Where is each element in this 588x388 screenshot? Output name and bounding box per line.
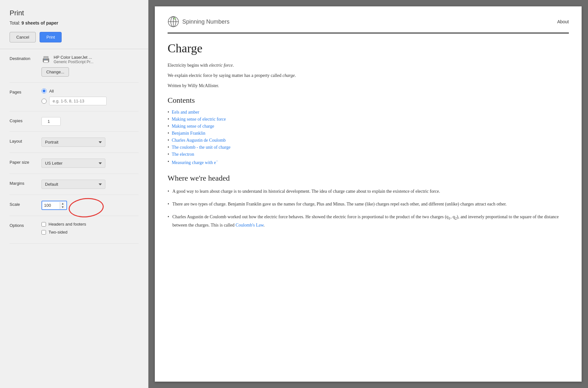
scale-label: Scale [10, 201, 41, 207]
two-sided-option[interactable]: Two-sided [41, 230, 139, 235]
scale-input[interactable] [42, 201, 60, 209]
headers-footers-checkbox[interactable] [41, 222, 46, 227]
scale-up-button[interactable]: ▲ [60, 202, 65, 205]
superscript-minus: − [216, 159, 218, 163]
web-panel: Spinning Numbers About Charge Electricit… [148, 0, 588, 388]
layout-row: Layout Portrait Landscape [10, 132, 139, 153]
red-circle-annotation [68, 197, 105, 219]
copies-content [41, 117, 139, 126]
article-author: Written by Willy McAllister. [168, 83, 569, 88]
options-label: Options [10, 222, 41, 228]
pages-all-label: All [49, 89, 54, 93]
pages-row: Pages All [10, 83, 139, 111]
destination-text: HP Color LaserJet ... Generic PostScript… [54, 55, 94, 64]
list-item: Making sense of charge [168, 124, 569, 129]
list-item: Making sense of electric force [168, 117, 569, 122]
copies-input[interactable] [41, 117, 61, 126]
pages-radio-group: All [41, 88, 139, 105]
paper-size-row: Paper size US Letter A4 [10, 153, 139, 174]
scale-down-button[interactable]: ▼ [60, 205, 65, 209]
page-range-input[interactable] [49, 97, 107, 105]
nav-about: About [557, 19, 569, 24]
copies-row: Copies [10, 111, 139, 132]
coulombs-law-link[interactable]: Coulomb's Law [236, 223, 264, 228]
contents-link-coulomb-unit[interactable]: The coulomb - the unit of charge [172, 145, 230, 150]
destination-info: HP Color LaserJet ... Generic PostScript… [41, 55, 139, 64]
contents-link-coulomb[interactable]: Charles Augustin de Coulomb [172, 138, 226, 143]
page-content: Spinning Numbers About Charge Electricit… [155, 6, 582, 382]
print-body: Destination HP Color LaserJet ... Generi… [0, 49, 148, 388]
list-item: There are two types of charge. Benjamin … [168, 200, 569, 208]
paper-size-label: Paper size [10, 159, 41, 165]
svg-rect-3 [45, 59, 46, 60]
headers-footers-option[interactable]: Headers and footers [41, 222, 139, 227]
list-item: A good way to learn about charge is to u… [168, 188, 569, 195]
scale-row: Scale ▲ ▼ [10, 195, 139, 216]
page-preview: Spinning Numbers About Charge Electricit… [155, 6, 582, 382]
site-name: Spinning Numbers [182, 19, 230, 25]
layout-select[interactable]: Portrait Landscape [41, 138, 105, 147]
list-item: Benjamin Franklin [168, 131, 569, 136]
list-item: Charles Augustin de Coulomb [168, 138, 569, 143]
list-item: Measuring charge with e− [168, 159, 569, 165]
print-button[interactable]: Print [40, 32, 62, 42]
print-actions: Cancel Print [10, 32, 139, 42]
pages-label: Pages [10, 88, 41, 94]
margins-row: Margins Default None Minimum Custom [10, 174, 139, 195]
article-intro-2: We explain electric force by saying matt… [168, 72, 569, 79]
layout-content: Portrait Landscape [41, 138, 139, 147]
paper-size-select[interactable]: US Letter A4 [41, 159, 105, 168]
bullet-item-3: Charles Augustin de Coulomb worked out h… [172, 213, 569, 229]
contents-link-franklin[interactable]: Benjamin Franklin [172, 131, 205, 136]
scale-content: ▲ ▼ [41, 201, 139, 210]
layout-label: Layout [10, 138, 41, 144]
pages-all-radio[interactable] [41, 88, 47, 93]
print-header: Print Total: 9 sheets of paper Cancel Pr… [0, 0, 148, 49]
destination-name: HP Color LaserJet ... [54, 55, 94, 60]
bullet-item-1: A good way to learn about charge is to u… [172, 188, 440, 195]
scale-input-wrapper: ▲ ▼ [41, 201, 67, 210]
destination-content: HP Color LaserJet ... Generic PostScript… [41, 55, 139, 77]
pages-content: All [41, 88, 139, 105]
list-item: The electron [168, 152, 569, 157]
logo-icon [168, 16, 179, 27]
destination-label: Destination [10, 55, 41, 61]
headers-footers-label: Headers and footers [49, 222, 86, 227]
contents-link-charge[interactable]: Making sense of charge [172, 124, 214, 129]
contents-link-measuring[interactable]: Measuring charge with e− [172, 159, 218, 165]
pages-all-option[interactable]: All [41, 88, 139, 93]
paper-size-content: US Letter A4 [41, 159, 139, 168]
contents-list: Eels and amber Making sense of electric … [168, 110, 569, 165]
margins-label: Margins [10, 180, 41, 186]
bullet-item-2: There are two types of charge. Benjamin … [172, 200, 507, 208]
change-button[interactable]: Change... [41, 67, 69, 77]
list-item: Charles Augustin de Coulomb worked out h… [168, 213, 569, 229]
pages-custom-option[interactable] [41, 97, 139, 105]
site-logo: Spinning Numbers [168, 16, 230, 27]
svg-rect-1 [44, 56, 48, 59]
bullet-list: A good way to learn about charge is to u… [168, 188, 569, 229]
margins-select[interactable]: Default None Minimum Custom [41, 180, 105, 189]
options-content: Headers and footers Two-sided [41, 222, 139, 238]
article-title: Charge [168, 41, 569, 55]
svg-rect-2 [44, 60, 48, 63]
destination-row: Destination HP Color LaserJet ... Generi… [10, 49, 139, 83]
site-nav: Spinning Numbers About [168, 16, 569, 34]
scale-spinner: ▲ ▼ [60, 202, 65, 209]
printer-icon [41, 56, 50, 63]
two-sided-label: Two-sided [49, 230, 67, 235]
contents-heading: Contents [168, 96, 569, 105]
pages-custom-radio[interactable] [41, 99, 47, 104]
print-dialog: Print Total: 9 sheets of paper Cancel Pr… [0, 0, 148, 388]
copies-label: Copies [10, 117, 41, 123]
list-item: The coulomb - the unit of charge [168, 145, 569, 150]
print-title: Print [10, 9, 139, 17]
svg-point-9 [174, 18, 175, 19]
contents-link-electron[interactable]: The electron [172, 152, 194, 157]
margins-content: Default None Minimum Custom [41, 180, 139, 189]
contents-link-eels[interactable]: Eels and amber [172, 110, 199, 115]
two-sided-checkbox[interactable] [41, 230, 46, 235]
cancel-button[interactable]: Cancel [10, 32, 36, 42]
contents-link-electric-force[interactable]: Making sense of electric force [172, 117, 226, 122]
print-total: Total: 9 sheets of paper [10, 20, 139, 26]
